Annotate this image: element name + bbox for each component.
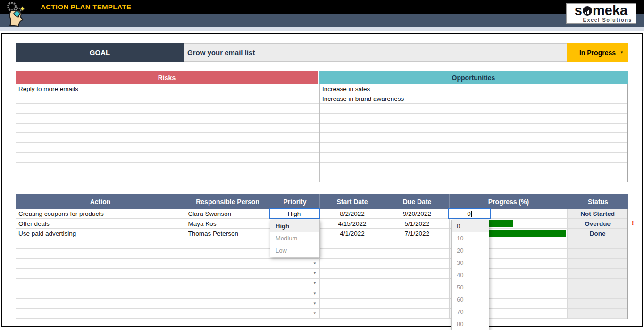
status-cell[interactable] [567, 249, 627, 259]
due-date-cell[interactable] [385, 269, 449, 279]
responsible-person-cell[interactable] [185, 269, 270, 279]
due-date-cell[interactable] [385, 279, 449, 289]
start-date-cell[interactable] [319, 279, 385, 289]
responsible-person-cell[interactable] [185, 259, 270, 269]
status-cell[interactable] [567, 289, 627, 299]
progress-option[interactable]: 20 [452, 245, 489, 257]
due-date-cell[interactable] [385, 299, 449, 309]
start-date-cell[interactable]: 8/2/2022 [319, 209, 385, 219]
priority-option[interactable]: High [270, 220, 319, 232]
action-cell[interactable] [16, 299, 185, 309]
responsible-person-cell[interactable] [185, 249, 270, 259]
opportunity-cell[interactable]: Increase in brand awareness [320, 94, 627, 104]
due-date-cell[interactable] [385, 309, 449, 319]
progress-option[interactable]: 80 [452, 318, 489, 330]
action-cell[interactable]: Use paid advertising [16, 229, 185, 239]
status-cell[interactable] [567, 239, 627, 249]
dropdown-arrow-icon[interactable]: ▼ [313, 272, 317, 275]
start-date-cell[interactable] [319, 309, 385, 319]
dropdown-arrow-icon[interactable]: ▼ [313, 302, 317, 305]
start-date-cell[interactable] [319, 249, 385, 259]
opportunity-cell[interactable] [320, 133, 627, 143]
opportunity-cell[interactable] [320, 124, 627, 133]
progress-option[interactable]: 0 [452, 220, 489, 232]
priority-cell[interactable]: ▼ [270, 269, 319, 279]
dropdown-arrow-icon[interactable]: ▼ [313, 281, 317, 285]
priority-option[interactable]: Medium [270, 232, 319, 245]
due-date-cell[interactable]: 7/1/2022 [385, 229, 449, 239]
priority-cell[interactable]: ▼ [270, 279, 319, 289]
risk-cell[interactable] [16, 172, 319, 182]
progress-option[interactable]: 40 [452, 269, 489, 281]
due-date-cell[interactable] [385, 239, 449, 249]
opportunity-cell[interactable] [320, 172, 627, 182]
risk-cell[interactable] [16, 133, 319, 143]
opportunity-cell[interactable] [320, 104, 627, 114]
progress-edit-cell[interactable]: 0 [448, 208, 491, 219]
responsible-person-cell[interactable] [185, 299, 270, 309]
priority-cell[interactable]: ▼ [270, 289, 319, 299]
status-cell[interactable]: Done [567, 229, 627, 239]
status-cell[interactable] [567, 299, 627, 309]
opportunity-cell[interactable] [320, 163, 627, 173]
risk-cell[interactable] [16, 114, 319, 124]
opportunity-cell[interactable] [320, 143, 627, 153]
action-cell[interactable] [16, 259, 185, 269]
dropdown-arrow-icon[interactable]: ▼ [313, 262, 317, 265]
start-date-cell[interactable]: 4/1/2022 [319, 229, 385, 239]
status-cell[interactable]: Overdue [567, 219, 627, 229]
priority-edit-cell[interactable]: High [269, 208, 320, 219]
status-cell[interactable] [567, 259, 627, 269]
start-date-cell[interactable] [319, 269, 385, 279]
responsible-person-cell[interactable] [185, 289, 270, 299]
responsible-person-cell[interactable]: Maya Kos [185, 219, 270, 229]
risk-cell[interactable] [16, 143, 319, 153]
risk-cell[interactable] [16, 124, 319, 133]
dropdown-arrow-icon[interactable]: ▼ [313, 292, 317, 296]
priority-cell[interactable]: ▼ [270, 309, 319, 319]
action-cell[interactable] [16, 239, 185, 249]
opportunity-cell[interactable] [320, 153, 627, 163]
opportunity-cell[interactable]: Increase in sales [320, 84, 627, 94]
goal-status-dropdown[interactable]: In Progress ▼ [567, 43, 628, 62]
responsible-person-cell[interactable] [185, 239, 270, 249]
action-cell[interactable] [16, 309, 185, 319]
action-cell[interactable]: Offer deals [16, 219, 185, 229]
chevron-down-icon[interactable]: ▼ [620, 50, 624, 55]
due-date-cell[interactable] [385, 289, 449, 299]
progress-option[interactable]: 30 [452, 257, 489, 269]
start-date-cell[interactable] [319, 259, 385, 269]
status-cell[interactable] [567, 269, 627, 279]
dropdown-arrow-icon[interactable]: ▼ [313, 312, 317, 315]
goal-value-cell[interactable]: Grow your email list [184, 43, 567, 62]
due-date-cell[interactable]: 5/1/2022 [385, 219, 449, 229]
responsible-person-cell[interactable]: Clara Swanson [185, 209, 270, 219]
risk-cell[interactable] [16, 153, 319, 163]
risk-cell[interactable]: Reply to more emails [16, 84, 319, 94]
start-date-cell[interactable]: 4/15/2022 [319, 219, 385, 229]
due-date-cell[interactable] [385, 259, 449, 269]
progress-option[interactable]: 60 [452, 294, 489, 306]
due-date-cell[interactable] [385, 249, 449, 259]
action-cell[interactable] [16, 279, 185, 289]
priority-option[interactable]: Low [270, 245, 319, 257]
progress-option[interactable]: 70 [452, 306, 489, 318]
status-cell[interactable] [567, 279, 627, 289]
risk-cell[interactable] [16, 94, 319, 104]
start-date-cell[interactable] [319, 239, 385, 249]
risk-cell[interactable] [16, 163, 319, 173]
status-cell[interactable] [567, 309, 627, 319]
action-cell[interactable]: Creating coupons for products [16, 209, 185, 219]
status-cell[interactable]: Not Started [567, 209, 627, 219]
priority-cell[interactable]: ▼ [270, 259, 319, 269]
start-date-cell[interactable] [319, 289, 385, 299]
responsible-person-cell[interactable] [185, 309, 270, 319]
opportunity-cell[interactable] [320, 114, 627, 124]
due-date-cell[interactable]: 9/20/2022 [385, 209, 449, 219]
progress-option[interactable]: 50 [452, 281, 489, 294]
responsible-person-cell[interactable] [185, 279, 270, 289]
responsible-person-cell[interactable]: Thomas Peterson [185, 229, 270, 239]
action-cell[interactable] [16, 289, 185, 299]
action-cell[interactable] [16, 269, 185, 279]
priority-cell[interactable]: ▼ [270, 299, 319, 309]
